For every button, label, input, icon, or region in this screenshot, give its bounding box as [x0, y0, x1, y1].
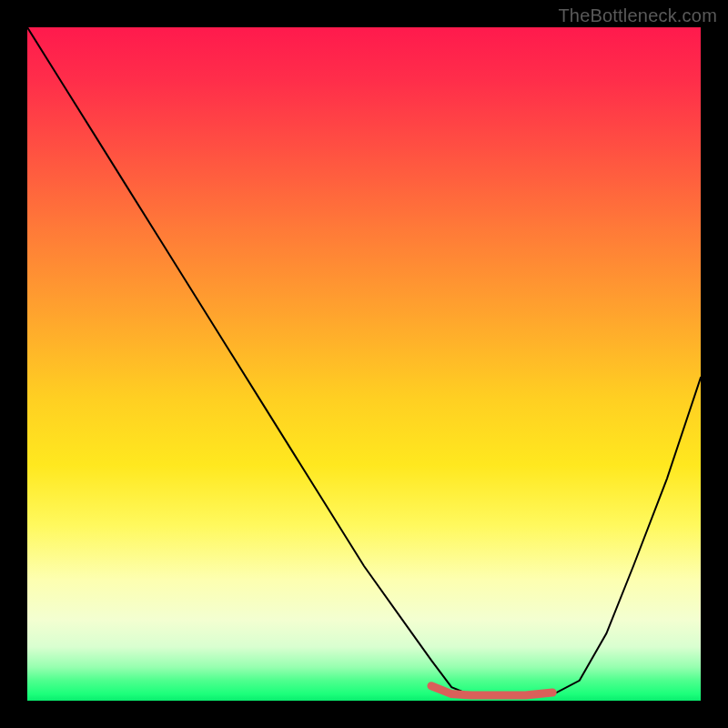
chart-svg — [27, 27, 701, 701]
optimal-band — [431, 686, 552, 695]
chart-frame: TheBottleneck.com — [0, 0, 728, 728]
bottleneck-curve — [27, 27, 701, 697]
plot-area — [27, 27, 701, 701]
watermark-text: TheBottleneck.com — [558, 5, 717, 26]
